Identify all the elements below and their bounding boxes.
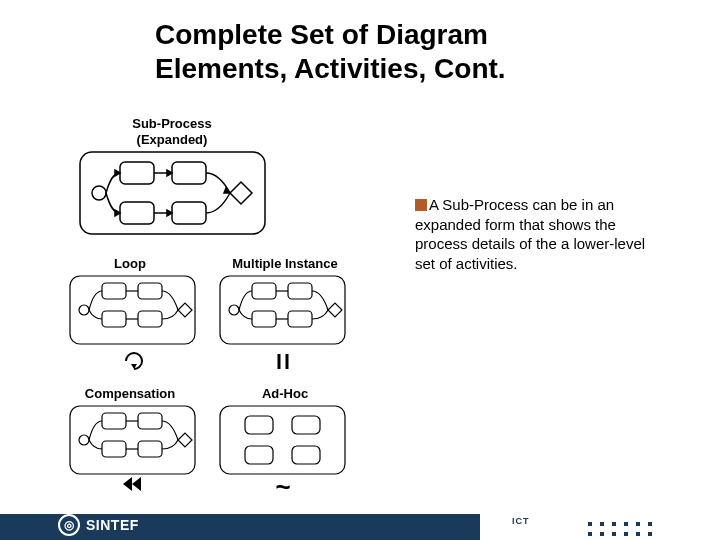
- diagram-figure: Sub-Process (Expanded) Loop Multiple Ins…: [60, 116, 380, 496]
- slide-footer: ◎ SINTEF ICT: [0, 498, 720, 540]
- svg-rect-31: [138, 441, 162, 457]
- loop-marker-icon: [126, 353, 142, 369]
- svg-rect-35: [245, 416, 273, 434]
- label-compensation: Compensation: [85, 386, 175, 401]
- svg-rect-2: [120, 162, 154, 184]
- loop-box: [70, 276, 195, 344]
- svg-point-17: [229, 305, 239, 315]
- footer-brand-text: SINTEF: [86, 517, 139, 533]
- label-loop: Loop: [114, 256, 146, 271]
- body-text-block: A Sub-Process can be in an expanded form…: [415, 195, 665, 273]
- label-subprocess-l1: Sub-Process: [132, 116, 211, 131]
- label-subprocess-l2: (Expanded): [137, 132, 208, 147]
- svg-rect-20: [252, 311, 276, 327]
- svg-rect-11: [138, 283, 162, 299]
- svg-rect-36: [292, 416, 320, 434]
- label-multi: Multiple Instance: [232, 256, 337, 271]
- parallel-marker-icon: [279, 354, 287, 369]
- svg-rect-34: [220, 406, 345, 474]
- bullet-square-icon: [415, 199, 427, 211]
- multi-instance-box: [220, 276, 345, 344]
- bullet-text: A Sub-Process can be in an expanded form…: [415, 196, 645, 272]
- svg-rect-3: [172, 162, 206, 184]
- svg-rect-4: [120, 202, 154, 224]
- adhoc-marker-icon: ~: [275, 472, 290, 496]
- footer-ict-label: ICT: [512, 516, 530, 526]
- footer-logo-icon: ◎: [58, 514, 80, 536]
- subprocess-expanded-box: [80, 152, 265, 234]
- footer-logo: ◎ SINTEF: [58, 514, 139, 536]
- footer-dots-icon: [588, 512, 660, 532]
- svg-rect-29: [138, 413, 162, 429]
- svg-point-9: [79, 305, 89, 315]
- label-adhoc: Ad-Hoc: [262, 386, 308, 401]
- svg-rect-28: [102, 413, 126, 429]
- compensation-marker-icon: [123, 477, 141, 491]
- svg-rect-38: [292, 446, 320, 464]
- svg-rect-18: [252, 283, 276, 299]
- slide-title: Complete Set of Diagram Elements, Activi…: [155, 18, 615, 85]
- svg-point-27: [79, 435, 89, 445]
- svg-rect-10: [102, 283, 126, 299]
- adhoc-box: [220, 406, 345, 474]
- svg-rect-30: [102, 441, 126, 457]
- svg-point-1: [92, 186, 106, 200]
- svg-rect-13: [138, 311, 162, 327]
- svg-rect-5: [172, 202, 206, 224]
- svg-rect-12: [102, 311, 126, 327]
- svg-rect-21: [288, 311, 312, 327]
- svg-rect-19: [288, 283, 312, 299]
- compensation-box: [70, 406, 195, 474]
- svg-rect-37: [245, 446, 273, 464]
